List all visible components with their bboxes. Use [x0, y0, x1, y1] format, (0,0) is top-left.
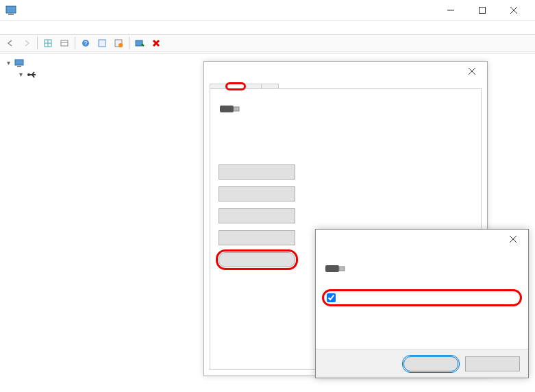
toolbar: ? [0, 34, 535, 52]
menu-help[interactable] [36, 26, 47, 29]
menubar [0, 21, 535, 34]
svg-rect-31 [325, 265, 339, 272]
expand-icon[interactable]: ▾ [16, 71, 25, 79]
minimize-button[interactable] [435, 0, 466, 21]
show-hidden-icon[interactable] [40, 36, 55, 51]
usb-device-icon [219, 97, 240, 119]
usb-device-icon [324, 257, 346, 279]
close-icon[interactable] [462, 62, 482, 81]
svg-text:?: ? [84, 40, 87, 47]
scan-hardware-icon[interactable] [132, 36, 147, 51]
cancel-button[interactable] [465, 356, 520, 371]
titlebar [0, 0, 535, 21]
svg-rect-32 [339, 267, 345, 271]
svg-point-15 [119, 43, 123, 47]
rollback-driver-button[interactable] [219, 208, 295, 223]
menu-file[interactable] [3, 26, 14, 29]
close-button[interactable] [498, 0, 530, 21]
uninstall-icon[interactable] [149, 36, 164, 51]
svg-rect-16 [136, 40, 142, 46]
toolbar-icon[interactable] [57, 36, 72, 51]
disable-device-button[interactable] [219, 230, 295, 245]
svg-rect-27 [220, 106, 234, 112]
delete-driver-software-checkbox[interactable] [327, 293, 336, 302]
svg-rect-13 [99, 40, 105, 47]
tab-driver[interactable] [227, 84, 245, 89]
svg-rect-28 [234, 107, 239, 111]
svg-rect-0 [6, 6, 16, 13]
toolbar-icon[interactable] [95, 36, 110, 51]
toolbar-icon[interactable] [111, 36, 126, 51]
update-driver-button[interactable] [219, 186, 295, 201]
delete-driver-software-checkbox-row[interactable] [324, 291, 520, 304]
svg-rect-9 [61, 40, 68, 46]
computer-icon [14, 58, 25, 69]
svg-rect-1 [8, 14, 14, 15]
usb-icon [26, 69, 37, 80]
app-icon [5, 5, 16, 16]
nav-back-icon[interactable] [3, 36, 18, 51]
maximize-button[interactable] [466, 0, 498, 21]
menu-view[interactable] [25, 26, 36, 29]
menu-action[interactable] [14, 26, 25, 29]
svg-rect-3 [480, 7, 486, 13]
close-icon[interactable] [503, 230, 523, 249]
confirm-uninstall-button[interactable] [403, 356, 458, 371]
driver-details-button[interactable] [219, 164, 295, 180]
uninstall-device-button[interactable] [219, 252, 295, 267]
help-icon[interactable]: ? [78, 36, 93, 51]
svg-rect-19 [15, 60, 23, 65]
expand-icon[interactable]: ▾ [4, 59, 12, 67]
uninstall-confirm-dialog [315, 229, 529, 378]
nav-fwd-icon[interactable] [19, 36, 34, 51]
svg-rect-20 [17, 66, 21, 67]
